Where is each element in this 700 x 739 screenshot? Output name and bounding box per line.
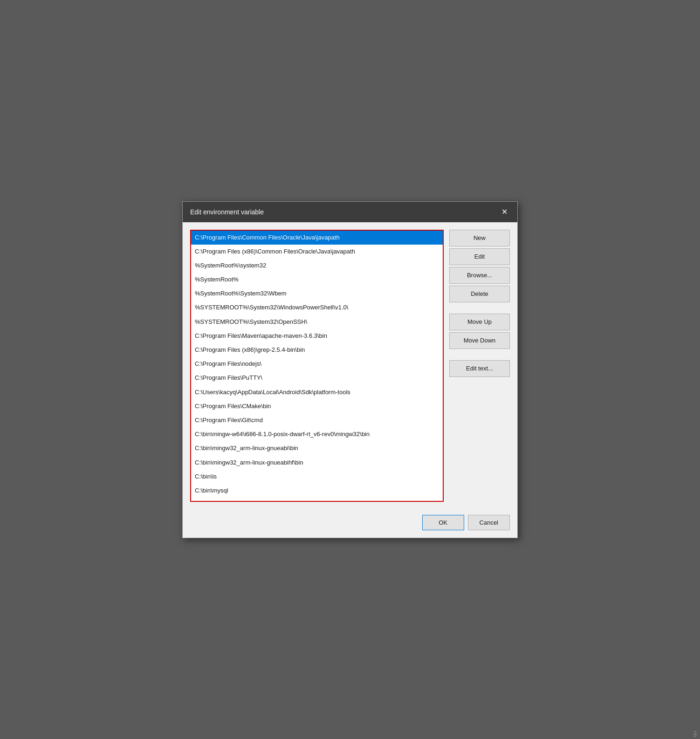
move-down-button[interactable]: Move Down	[449, 332, 510, 349]
list-item[interactable]: C:\Program Files\MySQL\MySQL Server 8.0\…	[191, 498, 443, 500]
list-item[interactable]: C:\Program Files\nodejs\	[191, 357, 443, 371]
list-item[interactable]: %SystemRoot%\System32\Wbem	[191, 287, 443, 301]
edit-button[interactable]: Edit	[449, 248, 510, 265]
env-list-scroll[interactable]: C:\Program Files\Common Files\Oracle\Jav…	[191, 231, 443, 501]
cancel-button[interactable]: Cancel	[468, 515, 510, 530]
new-button[interactable]: New	[449, 230, 510, 246]
list-item[interactable]: C:\Program Files\Maven\apache-maven-3.6.…	[191, 329, 443, 343]
list-item[interactable]: C:\bin\mingw32_arm-linux-gnueabihf\bin	[191, 456, 443, 470]
dialog-title: Edit environment variable	[190, 208, 264, 216]
spacer2	[449, 351, 510, 358]
list-item[interactable]: C:\Program Files\Common Files\Oracle\Jav…	[191, 231, 443, 245]
list-item[interactable]: C:\Program Files (x86)\Common Files\Orac…	[191, 245, 443, 259]
list-item[interactable]: C:\Program Files\PuTTY\	[191, 371, 443, 385]
title-bar: Edit environment variable ✕	[183, 202, 517, 222]
move-up-button[interactable]: Move Up	[449, 314, 510, 330]
edit-env-variable-dialog: Edit environment variable ✕ C:\Program F…	[182, 201, 518, 538]
spacer1	[449, 304, 510, 312]
list-item[interactable]: %SYSTEMROOT%\System32\OpenSSH\	[191, 315, 443, 329]
list-item[interactable]: C:\Program Files (x86)\grep-2.5.4-bin\bi…	[191, 343, 443, 357]
edit-text-button[interactable]: Edit text...	[449, 360, 510, 377]
list-item[interactable]: C:\Program Files\CMake\bin	[191, 399, 443, 413]
env-list-container: C:\Program Files\Common Files\Oracle\Jav…	[190, 230, 444, 502]
list-item[interactable]: C:\bin\ls	[191, 470, 443, 484]
list-item[interactable]: %SYSTEMROOT%\System32\WindowsPowerShell\…	[191, 301, 443, 315]
list-item[interactable]: C:\bin\mingw-w64\i686-8.1.0-posix-dwarf-…	[191, 427, 443, 441]
delete-button[interactable]: Delete	[449, 286, 510, 302]
dialog-footer: OK Cancel	[183, 509, 517, 538]
list-item[interactable]: %SystemRoot%\system32	[191, 259, 443, 273]
close-button[interactable]: ✕	[499, 206, 510, 218]
buttons-panel: New Edit Browse... Delete Move Up Move D…	[449, 230, 510, 502]
list-item[interactable]: %SystemRoot%	[191, 273, 443, 287]
list-item[interactable]: C:\Program Files\Git\cmd	[191, 413, 443, 427]
ok-button[interactable]: OK	[422, 515, 464, 530]
list-item[interactable]: C:\bin\mingw32_arm-linux-gnueabi\bin	[191, 441, 443, 455]
dialog-content: C:\Program Files\Common Files\Oracle\Jav…	[183, 222, 517, 509]
resize-handle[interactable]: ⣿	[693, 731, 697, 737]
list-item[interactable]: C:\bin\mysql	[191, 484, 443, 498]
list-item[interactable]: C:\Users\kacyq\AppData\Local\Android\Sdk…	[191, 385, 443, 399]
browse-button[interactable]: Browse...	[449, 267, 510, 284]
